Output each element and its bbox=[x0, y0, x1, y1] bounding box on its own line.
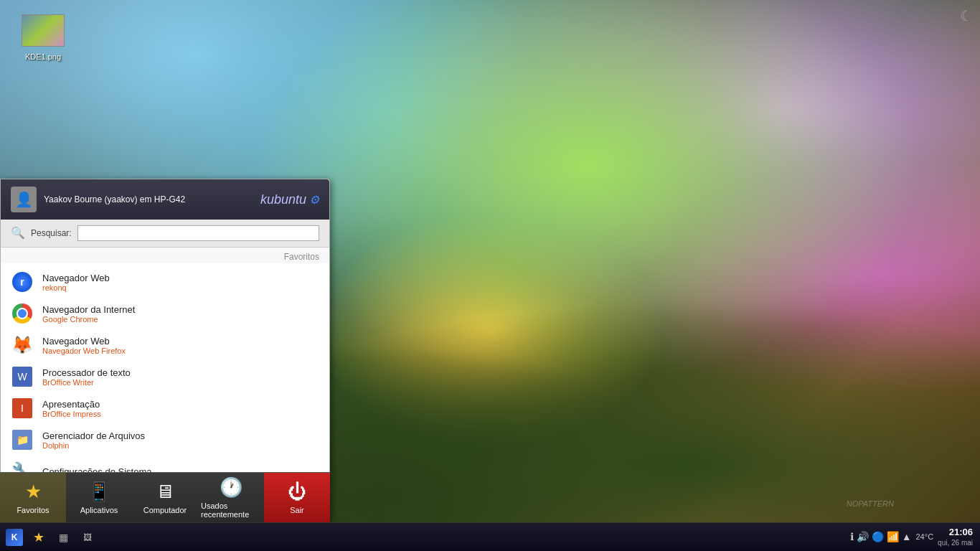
user-info: Yaakov Bourne (yaakov) em HP-G42 bbox=[44, 194, 185, 204]
tab-computador-label: Computador bbox=[143, 506, 187, 514]
menu-header: 👤 Yaakov Bourne (yaakov) em HP-G42 kubun… bbox=[1, 179, 329, 220]
favoritos-icon: ★ bbox=[25, 481, 42, 503]
desktop-icon-kde1[interactable]: KDE1.png bbox=[14, 14, 72, 62]
tab-recentes-label: Usados recentemente bbox=[201, 501, 261, 519]
bottom-tabs: ★ Favoritos 📱 Aplicativos 🖥 Computador 🕐… bbox=[0, 472, 330, 522]
kde-logo: K bbox=[6, 529, 23, 546]
menu-search-bar: 🔍 Pesquisar: bbox=[1, 220, 329, 248]
writer-icon: W bbox=[11, 365, 34, 388]
dolphin-icon: 📁 bbox=[11, 428, 34, 451]
menu-item-impress[interactable]: I Apresentação BrOffice Impress bbox=[1, 392, 329, 424]
tab-favoritos-label: Favoritos bbox=[17, 506, 49, 514]
menu-item-firefox[interactable]: 🦊 Navegador Web Navegador Web Firefox bbox=[1, 329, 329, 361]
pager-icon: ▦ bbox=[59, 532, 68, 543]
recentes-icon: 🕐 bbox=[220, 476, 242, 499]
menu-brand: kubuntu ⚙ bbox=[260, 192, 319, 207]
menu-item-writer[interactable]: W Processador de texto BrOffice Writer bbox=[1, 361, 329, 392]
menu-user-section: 👤 Yaakov Bourne (yaakov) em HP-G42 bbox=[11, 187, 185, 212]
menu-item-rekonq-text: Navegador Web rekonq bbox=[42, 273, 110, 292]
volume-tray-icon[interactable]: 🔊 bbox=[857, 531, 869, 542]
sair-icon: ⏻ bbox=[288, 481, 306, 503]
menu-item-rekonq[interactable]: r Navegador Web rekonq bbox=[1, 266, 329, 298]
wifi-tray-icon[interactable]: 📶 bbox=[887, 531, 899, 542]
tab-sair[interactable]: ⏻ Sair bbox=[264, 473, 330, 522]
tab-aplicativos-label: Aplicativos bbox=[80, 506, 118, 514]
bluetooth-tray-icon[interactable]: 🔵 bbox=[872, 531, 884, 542]
moon-icon: ☾ bbox=[960, 7, 973, 24]
image-icon: 🖼 bbox=[83, 532, 92, 542]
tab-sair-label: Sair bbox=[290, 506, 304, 514]
search-input[interactable] bbox=[77, 225, 319, 241]
info-tray-icon[interactable]: ℹ bbox=[850, 531, 854, 542]
firefox-icon: 🦊 bbox=[11, 334, 34, 357]
impress-icon: I bbox=[11, 397, 34, 420]
menu-item-dolphin-text: Gerenciador de Arquivos Dolphin bbox=[42, 430, 145, 450]
menu-item-chrome-text: Navegador da Internet Google Chrome bbox=[42, 304, 135, 324]
desktop-icon-label: KDE1.png bbox=[25, 52, 61, 61]
temp-display: 24°C bbox=[916, 532, 934, 541]
taskbar-btn-img[interactable]: 🖼 bbox=[76, 526, 99, 549]
taskbar-clock[interactable]: 21:06 qui, 26 mai bbox=[938, 527, 973, 548]
menu-item-writer-text: Processador de texto BrOffice Writer bbox=[42, 367, 131, 387]
search-icon: 🔍 bbox=[11, 226, 25, 240]
watermark: NOPATTERN bbox=[847, 499, 894, 508]
kde-menu-button[interactable]: K bbox=[3, 526, 26, 549]
clock-time: 21:06 bbox=[938, 527, 973, 539]
taskbar-start-area: K ★ ▦ 🖼 bbox=[3, 526, 99, 549]
taskbar: K ★ ▦ 🖼 ℹ 🔊 🔵 📶 ▲ 24°C 21:06 qui, 26 mai bbox=[0, 522, 980, 551]
user-avatar: 👤 bbox=[11, 187, 37, 212]
computador-icon: 🖥 bbox=[156, 481, 174, 503]
tab-favoritos[interactable]: ★ Favoritos bbox=[0, 473, 66, 522]
menu-item-chrome[interactable]: Navegador da Internet Google Chrome bbox=[1, 298, 329, 329]
tab-recentes[interactable]: 🕐 Usados recentemente bbox=[198, 473, 264, 522]
search-label: Pesquisar: bbox=[31, 228, 72, 238]
menu-item-dolphin[interactable]: 📁 Gerenciador de Arquivos Dolphin bbox=[1, 424, 329, 456]
favorites-section-label: Favoritos bbox=[1, 248, 329, 263]
start-menu: 👤 Yaakov Bourne (yaakov) em HP-G42 kubun… bbox=[0, 179, 330, 522]
taskbar-btn-pager[interactable]: ▦ bbox=[52, 526, 75, 549]
aplicativos-icon: 📱 bbox=[88, 481, 110, 503]
clock-date: qui, 26 mai bbox=[938, 538, 973, 547]
tab-aplicativos[interactable]: 📱 Aplicativos bbox=[66, 473, 132, 522]
system-tray: ℹ 🔊 🔵 📶 ▲ bbox=[850, 531, 912, 542]
taskbar-btn-star[interactable]: ★ bbox=[27, 526, 50, 549]
chrome-icon bbox=[11, 302, 34, 325]
desktop-icon-thumbnail bbox=[22, 14, 65, 47]
rekonq-icon: r bbox=[11, 270, 34, 293]
menu-item-firefox-text: Navegador Web Navegador Web Firefox bbox=[42, 336, 126, 355]
up-arrow-tray-icon[interactable]: ▲ bbox=[902, 531, 912, 542]
menu-item-impress-text: Apresentação BrOffice Impress bbox=[42, 399, 101, 418]
star-icon: ★ bbox=[33, 529, 44, 545]
tab-computador[interactable]: 🖥 Computador bbox=[132, 473, 198, 522]
taskbar-right-area: ℹ 🔊 🔵 📶 ▲ 24°C 21:06 qui, 26 mai bbox=[850, 527, 977, 548]
brand-gear-icon[interactable]: ⚙ bbox=[309, 193, 319, 207]
